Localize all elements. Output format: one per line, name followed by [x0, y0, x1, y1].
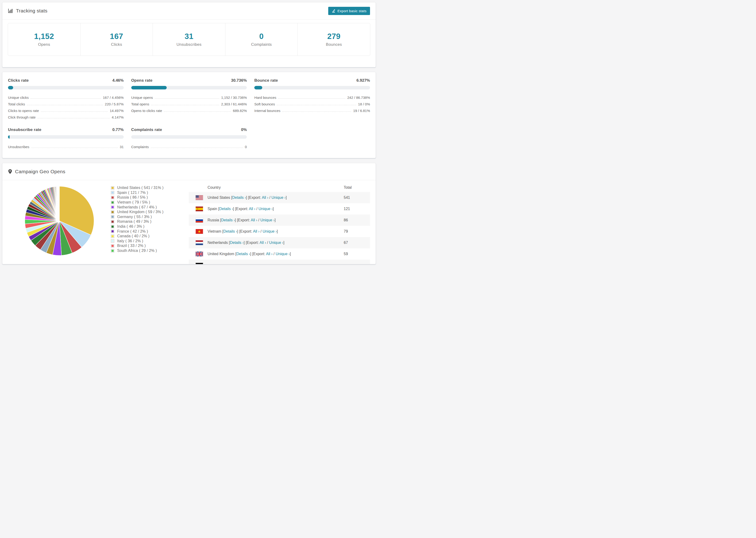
geo-table-row: Vietnam [Details ›] [Export: All › / Uni… — [189, 226, 370, 237]
dotted-leader — [151, 144, 243, 148]
export-all-link[interactable]: All › — [266, 252, 273, 256]
tracking-stats-card: Tracking stats Export basic stats 1,152O… — [2, 2, 376, 67]
details-link[interactable]: Details › — [223, 229, 237, 233]
legend-item[interactable]: United Kingdom ( 59 / 3% ) — [111, 210, 189, 215]
legend-swatch — [111, 244, 114, 248]
legend-swatch — [111, 239, 114, 243]
details-link[interactable]: Details › — [237, 252, 250, 256]
export-all-link[interactable]: All › — [251, 218, 257, 222]
total-cell: 59 — [344, 252, 370, 256]
detail-value: 14.497% — [110, 108, 124, 113]
export-unique-link[interactable]: Unique › — [276, 252, 290, 256]
stat-value: 0 — [259, 32, 264, 41]
details-link[interactable]: Details › — [219, 207, 233, 211]
country-flag-vn — [195, 229, 207, 234]
rate-title: Opens rate — [131, 78, 153, 83]
country-name: Netherlands — [207, 241, 228, 244]
export-all-link[interactable]: All › — [262, 195, 268, 199]
legend-swatch — [111, 201, 114, 204]
detail-label: Unique opens — [131, 95, 153, 99]
country-cell: Russia [Details ›] [Export: All › / Uniq… — [207, 218, 344, 222]
legend-item[interactable]: France ( 42 / 2% ) — [111, 229, 189, 234]
bar-chart-icon — [8, 8, 13, 13]
dotted-leader — [27, 102, 103, 105]
export-all-link[interactable]: All › — [249, 207, 255, 211]
legend-swatch — [111, 191, 114, 194]
rate-progress-bar — [254, 86, 370, 89]
legend-item[interactable]: Brazil ( 33 / 2% ) — [111, 243, 189, 248]
detail-value: 1,152 / 30.736% — [221, 95, 247, 99]
legend-item[interactable]: Russia ( 86 / 5% ) — [111, 195, 189, 200]
details-link[interactable]: Details › — [221, 218, 235, 222]
legend-item[interactable]: South Africa ( 29 / 2% ) — [111, 248, 189, 253]
legend-item[interactable]: United States ( 541 / 31% ) — [111, 186, 189, 190]
legend-item[interactable]: Romania ( 49 / 3% ) — [111, 219, 189, 224]
legend-item[interactable]: Netherlands ( 67 / 4% ) — [111, 205, 189, 210]
export-unique-link[interactable]: Unique › — [262, 229, 277, 233]
rate-detail-row: Clicks to opens rate14.497% — [8, 108, 124, 115]
legend-label: United Kingdom ( 59 / 3% ) — [117, 210, 163, 214]
export-unique-link[interactable]: Unique › — [271, 195, 286, 199]
stat-value: 31 — [185, 32, 193, 41]
geo-table-row: United Kingdom [Details ›] [Export: All … — [189, 248, 370, 260]
details-link[interactable]: Details › — [232, 195, 246, 199]
rate-title: Complaints rate — [131, 128, 162, 132]
total-cell: 79 — [344, 229, 370, 234]
rates-grid: Clicks rate4.46%Unique clicks167 / 4.456… — [8, 78, 370, 151]
rate-section: Opens rate30.736%Unique opens1,152 / 30.… — [131, 78, 247, 121]
detail-label: Opens to clicks rate — [131, 108, 162, 113]
detail-value: 689.82% — [233, 108, 247, 113]
legend-label: India ( 46 / 3% ) — [117, 224, 144, 229]
detail-value: 242 / 86.738% — [347, 95, 370, 99]
rate-detail-row: Soft bounces18 / 0% — [254, 102, 370, 108]
detail-label: Hard bounces — [254, 95, 276, 99]
geo-table-row: Spain [Details ›] [Export: All › / Uniqu… — [189, 203, 370, 215]
legend-item[interactable]: Canada ( 40 / 2% ) — [111, 234, 189, 239]
export-unique-link[interactable]: Unique › — [258, 207, 273, 211]
rate-progress-fill — [254, 86, 262, 89]
geo-table-header: Country Total — [189, 183, 370, 192]
detail-value: 4.147% — [112, 115, 124, 119]
detail-label: Soft bounces — [254, 102, 275, 106]
export-basic-stats-button[interactable]: Export basic stats — [328, 7, 370, 15]
stat-label: Unsubscribes — [177, 42, 202, 47]
legend-item[interactable]: Spain ( 121 / 7% ) — [111, 190, 189, 195]
country-flag-nl — [195, 240, 207, 245]
detail-label: Clicks to opens rate — [8, 108, 39, 113]
detail-value: 18 / 0% — [358, 102, 370, 106]
legend-label: Vietnam ( 79 / 5% ) — [117, 200, 150, 204]
geo-pie-chart[interactable] — [23, 185, 96, 257]
legend-label: Canada ( 40 / 2% ) — [117, 234, 149, 238]
rate-detail-row: Total clicks220 / 5.87% — [8, 102, 124, 108]
legend-label: South Africa ( 29 / 2% ) — [117, 248, 157, 253]
geo-table: Country Total United States [Details ›] … — [189, 183, 370, 264]
rate-title: Bounce rate — [254, 78, 278, 83]
details-link[interactable]: Details › — [230, 241, 244, 244]
rate-detail-row: Internal bounces19 / 6.81% — [254, 108, 370, 115]
detail-label: Click through rate — [8, 115, 36, 119]
total-cell: 541 — [344, 195, 370, 200]
export-unique-link[interactable]: Unique › — [269, 241, 283, 244]
geo-table-row: Russia [Details ›] [Export: All › / Uniq… — [189, 215, 370, 226]
legend-label: Brazil ( 33 / 2% ) — [117, 243, 146, 248]
country-cell: Vietnam [Details ›] [Export: All › / Uni… — [207, 229, 344, 234]
detail-value: 2,303 / 61.446% — [221, 102, 247, 106]
legend-label: United States ( 541 / 31% ) — [117, 186, 164, 190]
export-all-link[interactable]: All › — [253, 229, 260, 233]
rate-detail-row: Total opens2,303 / 61.446% — [131, 102, 247, 108]
legend-item[interactable]: Vietnam ( 79 / 5% ) — [111, 200, 189, 205]
country-name: United Kingdom — [207, 252, 234, 256]
rate-value: 30.736% — [231, 78, 247, 83]
export-unique-link[interactable]: Unique › — [260, 218, 274, 222]
legend-item[interactable]: Italy ( 36 / 2% ) — [111, 239, 189, 243]
geo-table-row: United States [Details ›] [Export: All ›… — [189, 192, 370, 203]
rate-detail-row: Hard bounces242 / 86.738% — [254, 95, 370, 102]
geo-pie-legend: United States ( 541 / 31% )Spain ( 121 /… — [111, 183, 189, 264]
export-all-link[interactable]: All › — [259, 241, 266, 244]
geo-pie-wrap — [8, 183, 111, 264]
rate-progress-bar — [131, 86, 247, 89]
legend-item[interactable]: India ( 46 / 3% ) — [111, 224, 189, 229]
legend-item[interactable]: Germany ( 55 / 3% ) — [111, 215, 189, 219]
total-cell: 86 — [344, 218, 370, 222]
tracking-stats-title-text: Tracking stats — [16, 8, 47, 14]
